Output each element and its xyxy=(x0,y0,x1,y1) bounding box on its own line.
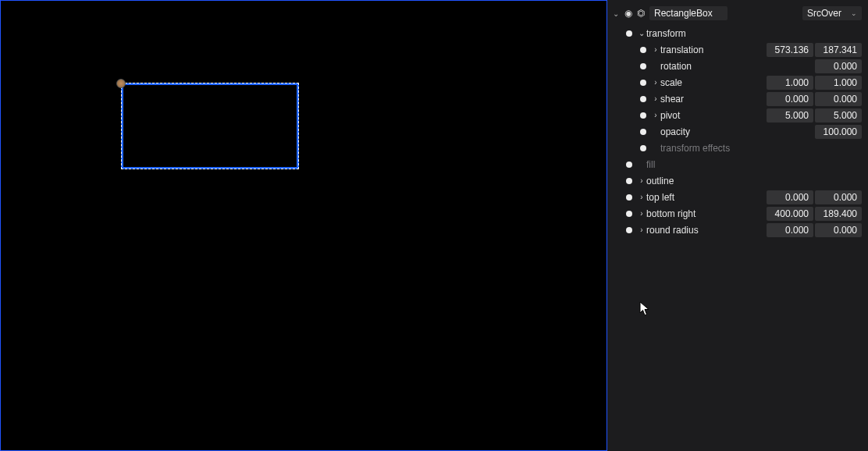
keyframe-dot[interactable] xyxy=(626,162,632,168)
property-label: outline xyxy=(646,176,862,186)
collapse-icon[interactable]: ⌄ xyxy=(612,9,620,18)
expand-icon[interactable]: › xyxy=(651,94,660,103)
property-row: ⌄transform xyxy=(607,25,868,41)
expand-icon[interactable]: › xyxy=(637,209,646,218)
expand-icon[interactable]: ⌄ xyxy=(637,29,646,37)
expand-icon[interactable]: › xyxy=(637,226,646,234)
property-label: opacity xyxy=(660,126,765,137)
property-row: ›pivot5.0005.000 xyxy=(607,107,868,123)
inspector-header: ⌄ ◉ ⏣ RectangleBox SrcOver ⌄ xyxy=(607,5,868,25)
property-label: round radius xyxy=(646,225,765,236)
blend-mode-dropdown[interactable]: SrcOver ⌄ xyxy=(802,6,862,20)
property-row: fill xyxy=(607,156,868,172)
canvas-viewport[interactable] xyxy=(0,0,607,451)
property-value[interactable]: 1.000 xyxy=(815,76,862,90)
property-label: shear xyxy=(660,94,765,105)
property-value[interactable]: 1.000 xyxy=(767,76,813,90)
property-label: pivot xyxy=(660,110,765,121)
keyframe-dot[interactable] xyxy=(640,112,646,119)
property-label: translation xyxy=(660,44,765,55)
property-value[interactable]: 0.000 xyxy=(767,92,813,106)
expand-icon[interactable]: › xyxy=(637,176,646,185)
property-value[interactable]: 573.136 xyxy=(767,43,813,57)
property-value[interactable]: 100.000 xyxy=(815,125,862,139)
property-row: ›translation573.136187.341 xyxy=(607,41,868,58)
chevron-down-icon: ⌄ xyxy=(851,9,857,17)
property-row: ›shear0.0000.000 xyxy=(607,91,868,107)
property-label: top left xyxy=(646,192,765,203)
property-row: transform effects xyxy=(607,140,868,156)
property-row: ›top left0.0000.000 xyxy=(607,189,868,205)
keyframe-dot[interactable] xyxy=(640,129,646,135)
property-label: bottom right xyxy=(646,208,765,219)
rectangle-box-shape[interactable] xyxy=(121,83,299,169)
lock-icon[interactable]: ⏣ xyxy=(637,8,645,19)
property-list: ⌄transform›translation573.136187.341rota… xyxy=(607,25,868,238)
property-value[interactable]: 0.000 xyxy=(767,190,813,204)
property-label: rotation xyxy=(660,61,765,72)
property-row: ›outline xyxy=(607,172,868,189)
property-value[interactable]: 0.000 xyxy=(815,92,862,106)
keyframe-dot[interactable] xyxy=(640,145,646,151)
property-value[interactable]: 5.000 xyxy=(815,108,862,123)
property-value[interactable]: 0.000 xyxy=(767,223,813,237)
property-row: ›bottom right400.000189.400 xyxy=(607,205,868,222)
property-value[interactable]: 5.000 xyxy=(767,108,813,123)
keyframe-dot[interactable] xyxy=(626,227,632,233)
property-value[interactable]: 400.000 xyxy=(767,207,813,221)
property-label: fill xyxy=(646,159,862,170)
keyframe-dot[interactable] xyxy=(626,211,632,217)
keyframe-dot[interactable] xyxy=(626,194,632,201)
keyframe-dot[interactable] xyxy=(626,30,632,37)
property-value[interactable]: 187.341 xyxy=(815,43,862,57)
keyframe-dot[interactable] xyxy=(640,80,646,86)
property-label: transform effects xyxy=(660,143,862,154)
blend-mode-value: SrcOver xyxy=(807,8,841,19)
property-value[interactable]: 189.400 xyxy=(815,207,862,221)
property-value[interactable]: 0.000 xyxy=(815,223,862,237)
expand-icon[interactable]: › xyxy=(651,78,660,87)
visibility-icon[interactable]: ◉ xyxy=(624,8,632,19)
property-value[interactable]: 0.000 xyxy=(815,59,862,73)
property-value[interactable]: 0.000 xyxy=(815,190,862,204)
inspector-panel: ⌄ ◉ ⏣ RectangleBox SrcOver ⌄ ⌄transform›… xyxy=(607,0,868,451)
property-row: ›round radius0.0000.000 xyxy=(607,222,868,238)
expand-icon[interactable]: › xyxy=(651,45,660,54)
keyframe-dot[interactable] xyxy=(626,178,632,184)
property-row: rotation0.000 xyxy=(607,58,868,74)
expand-icon[interactable]: › xyxy=(651,111,660,119)
keyframe-dot[interactable] xyxy=(640,96,646,102)
property-row: opacity100.000 xyxy=(607,123,868,140)
pivot-handle[interactable] xyxy=(116,79,126,88)
keyframe-dot[interactable] xyxy=(640,63,646,69)
expand-icon[interactable]: › xyxy=(637,193,646,201)
property-label: transform xyxy=(646,28,862,39)
property-label: scale xyxy=(660,77,765,88)
property-row: ›scale1.0001.000 xyxy=(607,74,868,91)
object-name-field[interactable]: RectangleBox xyxy=(649,6,727,20)
keyframe-dot[interactable] xyxy=(640,47,646,53)
